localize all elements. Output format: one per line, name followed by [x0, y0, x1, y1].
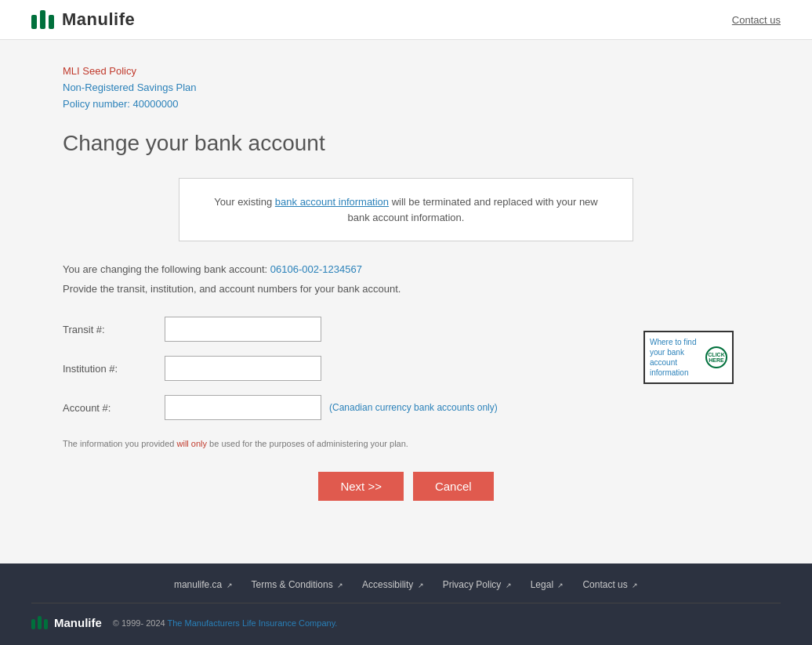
page-title: Change your bank account — [63, 131, 749, 156]
provide-text: Provide the transit, institution, and ac… — [63, 283, 749, 295]
badge-line2: your bank account — [650, 348, 684, 367]
logo-area: Manulife — [31, 9, 135, 30]
footer-copyright: © 1999- 2024 The Manufacturers Life Insu… — [113, 618, 338, 628]
manulife-logo-icon — [31, 10, 54, 29]
info-box: Your existing bank account information w… — [179, 178, 633, 241]
logo-bar-1 — [31, 15, 37, 29]
footer-logo-bar-1 — [31, 619, 35, 629]
footer-link-privacy[interactable]: Privacy Policy ↗ — [443, 579, 512, 590]
changing-account-text: You are changing the following bank acco… — [63, 263, 749, 275]
bank-account-info-link[interactable]: bank account information — [275, 196, 389, 208]
logo-bar-3 — [49, 15, 54, 29]
external-link-icon: ↗ — [418, 582, 424, 589]
main-content: MLI Seed Policy Non-Registered Savings P… — [0, 40, 812, 563]
contact-us-link[interactable]: Contact us — [732, 14, 781, 26]
transit-input[interactable] — [165, 317, 321, 342]
cancel-button[interactable]: Cancel — [413, 472, 494, 501]
changing-label: You are changing the following bank acco… — [63, 263, 267, 275]
badge-line1: Where to find — [650, 338, 696, 346]
badge-line3: information — [650, 368, 688, 377]
footer-link-terms[interactable]: Terms & Conditions ↗ — [252, 579, 343, 590]
footer-logo-text: Manulife — [54, 616, 102, 629]
form-area: Transit #: Institution #: Account #: (Ca… — [63, 317, 749, 420]
logo-bar-2 — [40, 10, 45, 29]
policy-number-label: Policy number: — [63, 98, 130, 110]
footer-logo-area: Manulife — [31, 616, 102, 629]
policy-number-value: 40000000 — [133, 98, 179, 110]
disclaimer-emphasis: will only — [177, 439, 208, 448]
account-row: Account #: (Canadian currency bank accou… — [63, 395, 749, 420]
footer-logo-bar-2 — [38, 616, 42, 629]
click-here-circle: CLICK HERE — [705, 346, 727, 368]
footer-logo-bar-3 — [44, 619, 48, 629]
footer-link-accessibility[interactable]: Accessibility ↗ — [362, 579, 424, 590]
account-suffix-text: (Canadian currency bank accounts only) — [329, 402, 498, 413]
footer-link-manulife[interactable]: manulife.ca ↗ — [174, 579, 233, 590]
footer-link-contact[interactable]: Contact us ↗ — [582, 579, 638, 590]
info-text-start: Your existing — [214, 196, 275, 208]
institution-label: Institution #: — [63, 363, 165, 375]
footer: manulife.ca ↗ Terms & Conditions ↗ Acces… — [0, 563, 812, 645]
info-box-text: Your existing bank account information w… — [211, 194, 601, 225]
policy-type: Non-Registered Savings Plan — [63, 80, 749, 96]
external-link-icon: ↗ — [506, 582, 512, 589]
bank-info-badge-text: Where to find your bank account informat… — [650, 337, 701, 378]
account-label: Account #: — [63, 402, 165, 414]
transit-label: Transit #: — [63, 324, 165, 335]
policy-name: MLI Seed Policy — [63, 63, 749, 80]
institution-input[interactable] — [165, 356, 321, 381]
footer-copyright-link[interactable]: The Manufacturers Life Insurance Company… — [168, 618, 338, 628]
external-link-icon: ↗ — [337, 582, 343, 589]
external-link-icon: ↗ — [227, 582, 233, 589]
buttons-row: Next >> Cancel — [63, 472, 749, 501]
account-input[interactable] — [165, 395, 321, 420]
footer-manulife-logo-icon — [31, 616, 48, 629]
changing-account-number: 06106-002-1234567 — [270, 263, 362, 275]
click-here-text: CLICK HERE — [707, 352, 726, 364]
next-button[interactable]: Next >> — [318, 472, 404, 501]
policy-info: MLI Seed Policy Non-Registered Savings P… — [63, 63, 749, 112]
footer-bottom: Manulife © 1999- 2024 The Manufacturers … — [31, 603, 781, 645]
header: Manulife Contact us — [0, 0, 812, 40]
external-link-icon: ↗ — [632, 582, 638, 589]
disclaimer-text: The information you provided will only b… — [63, 439, 749, 448]
policy-number: Policy number: 40000000 — [63, 96, 749, 113]
external-link-icon: ↗ — [557, 582, 564, 589]
logo-text: Manulife — [62, 9, 135, 30]
bank-info-badge[interactable]: Where to find your bank account informat… — [643, 331, 734, 384]
footer-links: manulife.ca ↗ Terms & Conditions ↗ Acces… — [31, 579, 781, 603]
footer-link-legal[interactable]: Legal ↗ — [531, 579, 564, 590]
